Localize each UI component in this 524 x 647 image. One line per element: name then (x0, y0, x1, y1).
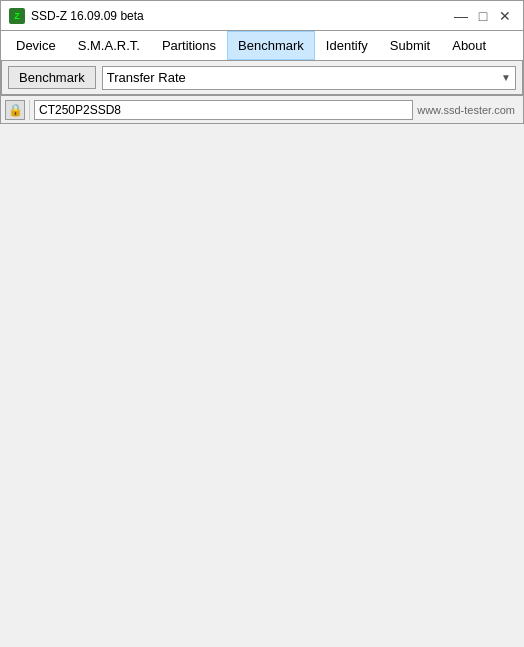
title-bar: Z SSD-Z 16.09.09 beta — □ ✕ (0, 0, 524, 30)
transfer-rate-dropdown[interactable]: Transfer Rate ▼ (102, 66, 516, 90)
menu-item-device[interactable]: Device (5, 31, 67, 60)
status-divider (29, 100, 30, 120)
maximize-button[interactable]: □ (473, 6, 493, 26)
minimize-button[interactable]: — (451, 6, 471, 26)
menu-item-identify[interactable]: Identify (315, 31, 379, 60)
dropdown-value: Transfer Rate (107, 70, 186, 85)
menu-item-smart[interactable]: S.M.A.R.T. (67, 31, 151, 60)
menu-item-partitions[interactable]: Partitions (151, 31, 227, 60)
menu-bar: Device S.M.A.R.T. Partitions Benchmark I… (0, 30, 524, 60)
menu-item-submit[interactable]: Submit (379, 31, 441, 60)
close-button[interactable]: ✕ (495, 6, 515, 26)
bottom-controls: Benchmark Transfer Rate ▼ (1, 61, 523, 95)
benchmark-button[interactable]: Benchmark (8, 66, 96, 89)
status-url: www.ssd-tester.com (417, 104, 515, 116)
title-text: SSD-Z 16.09.09 beta (31, 9, 144, 23)
title-controls: — □ ✕ (451, 6, 515, 26)
status-lock-icon[interactable]: 🔒 (5, 100, 25, 120)
status-drive-label: CT250P2SSD8 (34, 100, 413, 120)
menu-item-benchmark[interactable]: Benchmark (227, 31, 315, 60)
main-window: 2 410 Work in Progress – Results Unrelia… (0, 60, 524, 96)
dropdown-arrow-icon: ▼ (501, 72, 511, 83)
title-bar-left: Z SSD-Z 16.09.09 beta (9, 8, 144, 24)
menu-item-about[interactable]: About (441, 31, 497, 60)
status-bar: 🔒 CT250P2SSD8 www.ssd-tester.com (0, 96, 524, 124)
app-icon: Z (9, 8, 25, 24)
